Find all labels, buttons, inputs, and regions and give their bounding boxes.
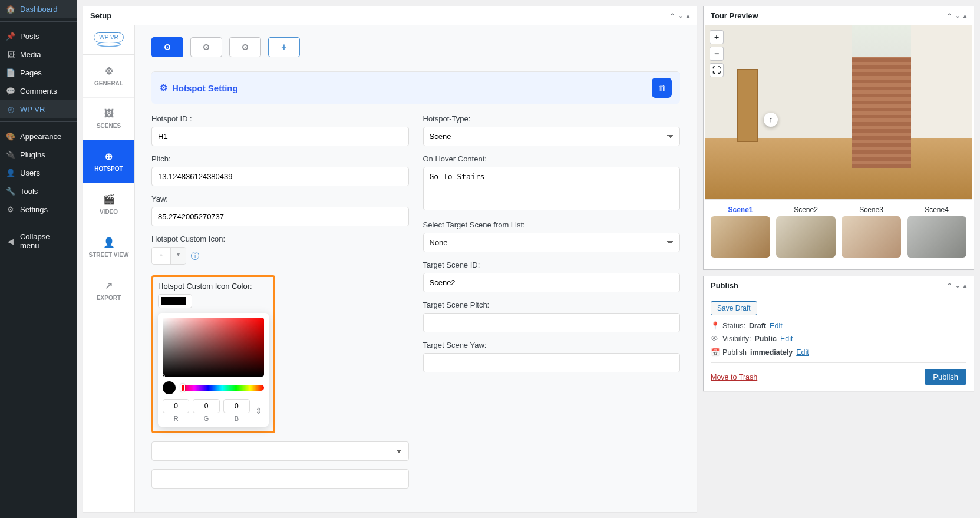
menu-comments[interactable]: 💬Comments [0,82,77,100]
color-b-input[interactable] [223,399,250,413]
target-scene-id-label: Target Scene ID: [423,260,681,269]
menu-appearance[interactable]: 🎨Appearance [0,127,77,146]
tab-video[interactable]: 🎬VIDEO [83,183,134,226]
tab-scenes[interactable]: 🖼SCENES [83,98,134,140]
extra-select[interactable] [151,441,409,461]
hotspot-nav-1[interactable] [151,37,183,57]
menu-dashboard[interactable]: 🏠Dashboard [0,0,77,18]
panel-up-icon[interactable]: ⌃ [947,282,952,289]
save-draft-button[interactable]: Save Draft [711,301,757,315]
wpvr-logo-badge: WP VR [94,32,124,42]
color-swatch-button[interactable] [158,294,192,308]
hotspot-type-select[interactable]: Scene [423,127,681,146]
menu-posts[interactable]: 📌Posts [0,27,77,45]
hotspot-id-field: Hotspot ID : [151,114,409,146]
panel-down-icon[interactable]: ⌄ [678,12,683,19]
info-icon[interactable]: i [191,252,199,260]
menu-label: Comments [20,87,57,95]
schedule-value: immediately [750,348,793,357]
scene-thumbnails: Scene1 Scene2 Scene3 Scene4 [705,200,972,263]
edit-schedule-link[interactable]: Edit [796,348,809,357]
preview-viewport[interactable]: + − ⛶ ↑ [705,25,972,200]
hotspot-id-label: Hotspot ID : [151,114,409,123]
delete-hotspot-button[interactable]: 🗑 [652,78,672,98]
menu-settings[interactable]: ⚙Settings [0,200,77,219]
panel-toggle-icon[interactable]: ▴ [963,12,966,19]
move-to-trash-link[interactable]: Move to Trash [711,373,757,381]
color-mode-toggle[interactable]: ⇕ [253,399,264,422]
hotspot-nav-2[interactable] [190,37,222,57]
hotspot-id-input[interactable] [151,127,409,146]
zoom-out-button[interactable]: − [710,47,724,61]
color-r-input[interactable] [163,399,189,413]
saturation-value-area[interactable] [163,318,264,377]
tab-hotspot[interactable]: ⊕HOTSPOT [83,140,134,183]
tab-export[interactable]: ↗EXPORT [83,269,134,312]
hotspot-type-field: Hotspot-Type: Scene [423,114,681,146]
publish-button[interactable]: Publish [925,369,966,385]
menu-label: Appearance [20,132,61,141]
visibility-value: Public [754,335,777,343]
export-icon: ↗ [85,280,132,291]
tab-general[interactable]: ⚙GENERAL [83,55,134,98]
scene-thumb-4[interactable]: Scene4 [907,206,966,258]
tab-label: VIDEO [100,209,118,215]
color-g-input[interactable] [193,399,219,413]
gear-icon: ⚙ [85,65,132,77]
menu-plugins[interactable]: 🔌Plugins [0,146,77,164]
panel-toggle-icon[interactable]: ▴ [963,282,966,289]
hotspot-nav-3[interactable] [229,37,261,57]
scene-thumb-3[interactable]: Scene3 [842,206,901,258]
on-hover-textarea[interactable]: Go To Stairs [423,167,681,210]
menu-collapse[interactable]: ◀Collapse menu [0,227,77,255]
plugins-icon: 🔌 [6,150,15,159]
menu-users[interactable]: 👤Users [0,164,77,182]
custom-icon-field: Hotspot Custom Icon: ↑ ▾ i [151,235,409,265]
setup-panel: Setup ⌃ ⌄ ▴ WP VR ⚙GENERAL 🖼SCENES ⊕HOTS… [83,6,697,512]
sv-handle[interactable] [160,374,165,379]
menu-separator [0,121,77,124]
panel-toggle-icon[interactable]: ▴ [687,12,689,19]
hotspot-nav: + [151,37,680,57]
icon-picker[interactable]: ↑ ▾ [151,247,186,265]
panel-up-icon[interactable]: ⌃ [947,12,952,19]
hotspot-setting-title: Hotspot Setting [172,83,238,93]
target-scene-list-label: Select Target Scene from List: [423,220,681,229]
zoom-in-button[interactable]: + [710,30,724,44]
pitch-field: Pitch: [151,154,409,186]
hue-handle[interactable] [180,384,185,392]
fullscreen-button[interactable]: ⛶ [710,63,724,77]
edit-status-link[interactable]: Edit [770,322,783,330]
menu-media[interactable]: 🖼Media [0,45,77,64]
target-scene-list-select[interactable]: None [423,233,681,252]
panel-down-icon[interactable]: ⌄ [955,282,960,289]
tab-label: SCENES [97,123,121,129]
panel-down-icon[interactable]: ⌄ [955,12,960,19]
hotspot-marker[interactable]: ↑ [764,113,778,127]
scene-label: Scene3 [842,206,901,214]
panel-up-icon[interactable]: ⌃ [670,12,675,19]
target-scene-id-input[interactable] [423,273,681,292]
hue-slider[interactable] [180,385,264,391]
menu-pages[interactable]: 📄Pages [0,64,77,82]
edit-visibility-link[interactable]: Edit [780,335,793,343]
scene-thumb-2[interactable]: Scene2 [776,206,836,258]
tab-label: GENERAL [94,80,123,87]
target-scene-pitch-input[interactable] [423,313,681,332]
dot-icon [203,44,209,50]
extra-input[interactable] [151,469,409,489]
pitch-input[interactable] [151,167,409,186]
menu-wpvr[interactable]: ◎WP VR [0,100,77,118]
tab-street-view[interactable]: 👤STREET VIEW [83,226,134,269]
status-label: Status: [722,322,745,330]
target-scene-yaw-input[interactable] [423,353,681,372]
scene-thumb-1[interactable]: Scene1 [711,206,770,258]
panel-title: Publish [711,281,738,290]
page-icon: 📄 [6,68,15,77]
hotspot-nav-add[interactable]: + [268,37,300,57]
yaw-field: Yaw: [151,194,409,226]
yaw-input[interactable] [151,207,409,226]
menu-tools[interactable]: 🔧Tools [0,182,77,200]
menu-separator [0,222,77,225]
trash-icon: 🗑 [658,84,666,93]
